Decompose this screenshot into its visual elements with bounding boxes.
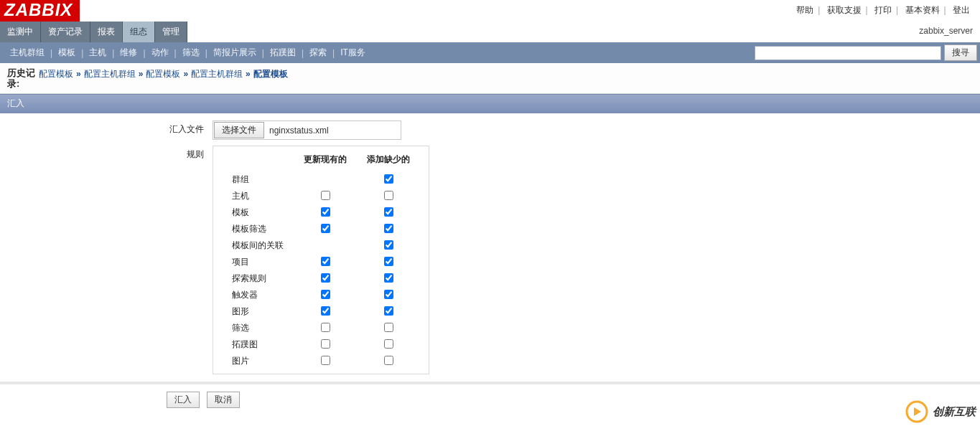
rule-label: 拓蹼图	[222, 336, 294, 353]
update-existing-checkbox[interactable]	[321, 207, 330, 217]
rule-label: 模板	[222, 204, 294, 221]
update-existing-checkbox[interactable]	[321, 323, 330, 332]
nav2-item-5[interactable]: 筛选	[177, 45, 205, 60]
rules-row: 筛选	[222, 320, 420, 336]
logout-link[interactable]: 登出	[950, 5, 973, 15]
breadcrumb-item[interactable]: 配置模板	[39, 69, 73, 79]
breadcrumb: 配置模板»配置主机群组»配置模板»配置主机群组»配置模板	[39, 67, 288, 80]
add-missing-checkbox[interactable]	[384, 339, 393, 349]
rule-label: 模板间的关联	[222, 237, 294, 254]
nav2-item-7[interactable]: 拓蹼图	[264, 45, 302, 60]
add-missing-checkbox[interactable]	[384, 224, 393, 233]
watermark-text: 创新互联	[933, 405, 976, 416]
add-missing-checkbox[interactable]	[384, 257, 393, 266]
cancel-button[interactable]: 取消	[207, 392, 240, 408]
form-actions: 汇入 取消	[0, 384, 980, 415]
separator: |	[895, 5, 900, 15]
nav-secondary: 主机群组|模板|主机|维修|动作|筛选|简报片展示|拓蹼图|探索|IT服务	[0, 42, 371, 63]
support-link[interactable]: 获取支援	[824, 5, 864, 15]
help-link[interactable]: 帮助	[793, 5, 816, 15]
update-existing-checkbox[interactable]	[321, 224, 330, 233]
section-title-bar: 汇入	[0, 94, 980, 113]
separator: |	[943, 5, 948, 15]
update-existing-checkbox[interactable]	[321, 339, 330, 349]
rules-row: 项目	[222, 254, 420, 270]
update-existing-checkbox[interactable]	[321, 306, 330, 316]
add-missing-checkbox[interactable]	[384, 273, 393, 283]
rules-table: 更新现有的 添加缺少的 群组主机模板模板筛选模板间的关联项目探索规则触发器图形筛…	[222, 151, 420, 369]
add-missing-checkbox[interactable]	[384, 191, 393, 200]
rule-label: 项目	[222, 254, 294, 270]
chevron-right-icon: »	[243, 69, 253, 79]
rules-row: 图形	[222, 303, 420, 320]
nav2-item-0[interactable]: 主机群组	[4, 45, 50, 60]
update-existing-checkbox[interactable]	[321, 273, 330, 283]
rules-label: 规则	[6, 146, 213, 161]
nav-primary: 监测中资产记录报表组态管理	[0, 22, 187, 42]
breadcrumb-item[interactable]: 配置模板	[146, 69, 180, 79]
watermark: 创新互联	[905, 400, 976, 415]
rule-label: 筛选	[222, 320, 294, 336]
choose-file-button[interactable]: 选择文件	[214, 122, 264, 138]
separator: |	[816, 5, 821, 15]
nav1-tab-1[interactable]: 资产记录	[41, 22, 90, 42]
history-label: 历史记录:	[7, 67, 39, 89]
update-existing-checkbox[interactable]	[321, 356, 330, 365]
nav2-item-4[interactable]: 动作	[146, 45, 174, 60]
update-existing-checkbox[interactable]	[321, 191, 330, 200]
chosen-file-name: nginxstatus.xml	[265, 126, 401, 136]
add-missing-checkbox[interactable]	[384, 323, 393, 332]
chevron-right-icon: »	[180, 69, 191, 79]
rules-row: 触发器	[222, 287, 420, 303]
logo[interactable]: ZABBIX	[0, 0, 80, 22]
rules-row: 模板	[222, 204, 420, 221]
rule-label: 模板筛选	[222, 221, 294, 237]
rule-label: 群组	[222, 171, 294, 188]
add-missing-checkbox[interactable]	[384, 306, 393, 316]
nav2-item-1[interactable]: 模板	[52, 45, 81, 60]
add-missing-checkbox[interactable]	[384, 240, 393, 250]
add-missing-checkbox[interactable]	[384, 207, 393, 217]
rule-label: 图片	[222, 353, 294, 369]
server-name-label: zabbix_server	[919, 22, 980, 42]
col-update-existing: 更新现有的	[294, 151, 357, 171]
search-input[interactable]	[755, 46, 941, 60]
add-missing-checkbox[interactable]	[384, 290, 393, 299]
chevron-right-icon: »	[73, 69, 84, 79]
rules-row: 探索规则	[222, 270, 420, 287]
search-form: 搜寻	[755, 43, 980, 62]
breadcrumb-item[interactable]: 配置主机群组	[84, 69, 136, 79]
add-missing-checkbox[interactable]	[384, 356, 393, 365]
update-existing-checkbox[interactable]	[321, 290, 330, 299]
nav2-item-2[interactable]: 主机	[83, 45, 112, 60]
file-input[interactable]: 选择文件 nginxstatus.xml	[213, 120, 401, 140]
nav2-item-9[interactable]: IT服务	[335, 45, 371, 60]
nav2-item-3[interactable]: 维修	[114, 45, 143, 60]
profile-link[interactable]: 基本资料	[902, 5, 943, 15]
update-existing-checkbox[interactable]	[321, 257, 330, 266]
breadcrumb-item[interactable]: 配置主机群组	[191, 69, 243, 79]
watermark-icon	[905, 400, 928, 415]
print-link[interactable]: 打印	[872, 5, 895, 15]
nav2-item-8[interactable]: 探索	[304, 45, 332, 60]
search-button[interactable]: 搜寻	[944, 44, 977, 61]
rules-row: 主机	[222, 188, 420, 204]
nav1-tab-3[interactable]: 组态	[123, 22, 155, 42]
import-button[interactable]: 汇入	[167, 392, 200, 408]
rules-row: 模板筛选	[222, 221, 420, 237]
breadcrumb-item: 配置模板	[253, 69, 288, 79]
rules-row: 模板间的关联	[222, 237, 420, 254]
col-add-missing: 添加缺少的	[357, 151, 420, 171]
add-missing-checkbox[interactable]	[384, 174, 393, 184]
nav1-tab-0[interactable]: 监测中	[0, 22, 41, 42]
rules-row: 图片	[222, 353, 420, 369]
nav1-tab-2[interactable]: 报表	[90, 22, 123, 42]
rule-label: 探索规则	[222, 270, 294, 287]
chevron-right-icon: »	[136, 69, 146, 79]
rule-label: 主机	[222, 188, 294, 204]
separator: |	[864, 5, 869, 15]
nav2-item-6[interactable]: 简报片展示	[207, 45, 262, 60]
import-file-label: 汇入文件	[6, 120, 213, 136]
rules-row: 群组	[222, 171, 420, 188]
nav1-tab-4[interactable]: 管理	[155, 22, 187, 42]
